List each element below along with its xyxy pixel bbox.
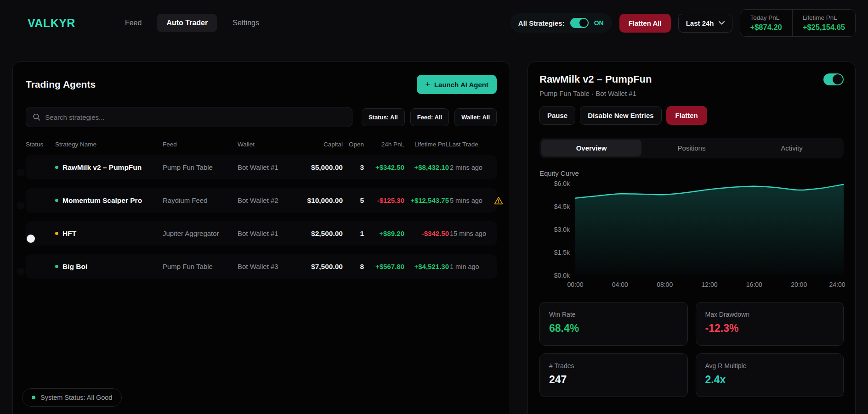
all-strategies-state: ON bbox=[594, 19, 604, 27]
y-axis-tick: $4.5k bbox=[554, 203, 570, 210]
stat-card-win-rate: Win Rate 68.4% bbox=[539, 302, 688, 346]
status-dot bbox=[55, 166, 58, 169]
row-open: 3 bbox=[343, 163, 364, 172]
row-lifetime-pnl: -$342.50 bbox=[404, 229, 449, 237]
row-feed: Raydium Feed bbox=[163, 196, 238, 204]
x-axis-tick: 20:00 bbox=[791, 281, 807, 288]
filter-chips: Status: All Feed: All Wallet: All bbox=[362, 108, 497, 126]
x-axis-tick: 12:00 bbox=[701, 281, 717, 288]
filter-status[interactable]: Status: All bbox=[362, 108, 405, 126]
row-strategy-name: Momentum Scalper Pro bbox=[62, 196, 142, 205]
filter-wallet[interactable]: Wallet: All bbox=[454, 108, 497, 126]
today-pnl: Today PnL +$874.20 bbox=[740, 10, 792, 36]
nav-feed[interactable]: Feed bbox=[116, 14, 151, 32]
table-row[interactable]: HFT Jupiter Aggregator Bot Wallet #1 $2,… bbox=[26, 221, 497, 246]
row-last-trade: 5 mins ago bbox=[449, 197, 494, 204]
flatten-button[interactable]: Flatten bbox=[666, 106, 707, 125]
status-dot bbox=[55, 232, 58, 235]
warning-icon bbox=[494, 196, 503, 205]
col-open: Open bbox=[343, 141, 364, 148]
stat-value: -12.3% bbox=[705, 322, 834, 335]
stat-value: 247 bbox=[549, 374, 678, 386]
row-strategy-name: RawMilk v2 – PumpFun bbox=[62, 163, 142, 172]
col-capital: Capital bbox=[301, 141, 343, 148]
nav-settings[interactable]: Settings bbox=[223, 14, 268, 32]
app-logo: VALKYR bbox=[28, 17, 75, 30]
detail-tabs: Overview Positions Activity bbox=[539, 138, 844, 158]
col-strategy-name: Strategy Name bbox=[55, 141, 163, 148]
trading-agents-panel: Trading Agents + Launch AI Agent Status:… bbox=[12, 62, 510, 414]
lifetime-pnl: Lifetime PnL +$25,154.65 bbox=[792, 10, 855, 36]
all-strategies-toggle[interactable] bbox=[570, 18, 589, 28]
row-strategy-name: Big Boi bbox=[62, 263, 87, 271]
x-axis-tick: 00:00 bbox=[567, 281, 583, 288]
row-last-trade: 1 min ago bbox=[449, 263, 494, 270]
tab-overview[interactable]: Overview bbox=[541, 140, 641, 157]
row-feed: Jupiter Aggregator bbox=[163, 229, 238, 237]
tab-activity[interactable]: Activity bbox=[742, 140, 842, 157]
search-input[interactable] bbox=[45, 113, 346, 121]
top-right-controls: All Strategies: ON Flatten All Last 24h … bbox=[510, 9, 856, 37]
stats-grid: Win Rate 68.4% Max Drawdown -12.3% # Tra… bbox=[539, 302, 844, 397]
detail-title: RawMilk v2 – PumpFun bbox=[539, 73, 652, 85]
strategy-enabled-toggle[interactable] bbox=[823, 73, 844, 85]
stat-value: 68.4% bbox=[549, 322, 678, 335]
table-row[interactable]: RawMilk v2 – PumpFun Pump Fun Table Bot … bbox=[26, 155, 497, 179]
row-wallet: Bot Wallet #2 bbox=[238, 196, 301, 204]
row-strategy-name: HFT bbox=[62, 229, 76, 238]
row-feed: Pump Fun Table bbox=[163, 263, 238, 270]
pause-button[interactable]: Pause bbox=[539, 106, 575, 125]
col-feed: Feed bbox=[163, 141, 238, 148]
row-capital: $7,500.00 bbox=[301, 263, 343, 271]
flatten-all-button[interactable]: Flatten All bbox=[619, 14, 671, 33]
x-axis-tick: 24:00 bbox=[829, 281, 845, 288]
y-axis-tick: $6.0k bbox=[554, 180, 570, 187]
tab-positions[interactable]: Positions bbox=[641, 140, 742, 157]
row-wallet: Bot Wallet #1 bbox=[238, 163, 301, 171]
chart-x-axis: 00:0004:0008:0012:0016:0020:0024:00 bbox=[575, 281, 844, 289]
row-open: 5 bbox=[343, 196, 364, 205]
agents-table-body: RawMilk v2 – PumpFun Pump Fun Table Bot … bbox=[26, 155, 497, 279]
stat-label: Win Rate bbox=[549, 311, 678, 318]
row-lifetime-pnl: +$12,543.75 bbox=[404, 196, 449, 204]
launch-ai-agent-button[interactable]: + Launch AI Agent bbox=[417, 75, 497, 94]
all-strategies-label: All Strategies: bbox=[518, 19, 565, 27]
status-dot bbox=[55, 199, 58, 202]
launch-ai-agent-label: Launch AI Agent bbox=[434, 81, 488, 89]
system-status-text: System Status: All Good bbox=[40, 394, 112, 401]
equity-curve-label: Equity Curve bbox=[539, 169, 844, 177]
top-bar: VALKYR Feed Auto Trader Settings All Str… bbox=[0, 0, 868, 46]
stat-value: 2.4x bbox=[705, 374, 834, 386]
y-axis-tick: $1.5k bbox=[554, 249, 570, 256]
chevron-down-icon bbox=[719, 21, 725, 25]
row-wallet: Bot Wallet #3 bbox=[238, 263, 301, 270]
stat-card-trades: # Trades 247 bbox=[539, 353, 688, 397]
timeframe-dropdown[interactable]: Last 24h bbox=[678, 14, 732, 33]
table-row[interactable]: Big Boi Pump Fun Table Bot Wallet #3 $7,… bbox=[26, 254, 497, 279]
row-lifetime-pnl: +$4,521.30 bbox=[404, 263, 449, 270]
panel-title: Trading Agents bbox=[26, 79, 96, 90]
row-last-trade: 2 mins ago bbox=[449, 164, 494, 171]
detail-subtitle: Pump Fun Table · Bot Wallet #1 bbox=[539, 90, 844, 97]
chart-plot-area bbox=[575, 184, 844, 275]
nav-auto-trader[interactable]: Auto Trader bbox=[157, 14, 217, 32]
system-status-pill: System Status: All Good bbox=[22, 388, 122, 407]
table-header: Status Strategy Name Feed Wallet Capital… bbox=[26, 141, 497, 148]
y-axis-tick: $0.0k bbox=[554, 272, 570, 279]
row-pnl-24h: +$342.50 bbox=[364, 163, 404, 171]
row-wallet: Bot Wallet #1 bbox=[238, 229, 301, 237]
main-nav: Feed Auto Trader Settings bbox=[116, 14, 268, 32]
content-area: Trading Agents + Launch AI Agent Status:… bbox=[0, 46, 868, 414]
table-row[interactable]: Momentum Scalper Pro Raydium Feed Bot Wa… bbox=[26, 188, 497, 213]
row-capital: $5,000.00 bbox=[301, 163, 343, 172]
equity-curve-chart: $0.0k$1.5k$3.0k$4.5k$6.0k bbox=[539, 184, 844, 275]
lifetime-pnl-value: +$25,154.65 bbox=[803, 23, 845, 32]
filter-feed[interactable]: Feed: All bbox=[410, 108, 449, 126]
row-capital: $10,000.00 bbox=[301, 196, 343, 205]
x-axis-tick: 08:00 bbox=[657, 281, 673, 288]
chart-y-axis: $0.0k$1.5k$3.0k$4.5k$6.0k bbox=[539, 184, 575, 275]
all-strategies-pill: All Strategies: ON bbox=[510, 13, 612, 33]
disable-new-entries-button[interactable]: Disable New Entries bbox=[580, 106, 661, 125]
lifetime-pnl-label: Lifetime PnL bbox=[803, 14, 845, 21]
col-status: Status bbox=[26, 141, 55, 148]
